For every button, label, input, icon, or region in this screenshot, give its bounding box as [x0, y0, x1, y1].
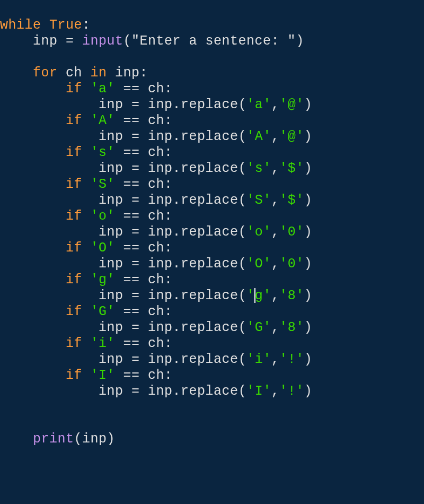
comma: , [271, 288, 280, 303]
string-to: '8' [279, 320, 304, 335]
paren-open: ( [238, 193, 247, 208]
var-inp: inp [99, 256, 123, 272]
var-inp: inp [82, 431, 107, 447]
dot: . [173, 161, 181, 176]
paren-open: ( [238, 224, 247, 240]
colon: : [164, 208, 173, 224]
string-cmp: 'A' [91, 113, 116, 128]
string-to: '!' [279, 384, 304, 399]
var-inp: inp [99, 97, 123, 112]
string-prompt: "Enter a sentence: " [131, 33, 296, 49]
string-to: '@' [279, 129, 304, 144]
paren-close: ) [296, 33, 304, 49]
string-cmp: 'o' [91, 208, 116, 224]
var-inp: inp [148, 193, 173, 208]
comma: , [271, 97, 280, 112]
string-to: '@' [279, 97, 304, 112]
dot: . [173, 256, 181, 272]
comma: , [271, 129, 280, 144]
attr-replace: replace [181, 193, 238, 208]
attr-replace: replace [181, 320, 238, 335]
eq-op: == [115, 272, 148, 288]
paren-close: ) [304, 320, 313, 335]
string-cmp: 'S' [91, 177, 116, 192]
dot: . [173, 384, 181, 399]
eq-op: == [115, 145, 148, 160]
paren-open: ( [238, 320, 247, 335]
var-inp: inp [99, 129, 123, 144]
attr-replace: replace [181, 384, 238, 399]
paren-close: ) [304, 384, 313, 399]
paren-close: ) [304, 256, 313, 272]
assign: = [123, 129, 148, 144]
paren-open: ( [238, 384, 247, 399]
paren-close: ) [304, 352, 313, 367]
dot: . [173, 129, 181, 144]
string-cmp: 'g' [91, 272, 116, 288]
paren-close: ) [304, 97, 313, 112]
eq-op: == [115, 304, 148, 319]
fn-print: print [33, 431, 74, 447]
paren-close: ) [304, 161, 313, 176]
string-to: '8' [279, 288, 304, 303]
var-inp: inp [99, 193, 123, 208]
var-inp: inp [148, 384, 173, 399]
dot: . [173, 320, 181, 335]
var-ch: ch [148, 145, 164, 160]
var-ch: ch [148, 81, 164, 97]
colon: : [164, 113, 173, 128]
var-inp: inp [33, 33, 58, 49]
string-from: 'o' [246, 224, 271, 240]
fn-input: input [82, 33, 123, 49]
paren-close: ) [304, 129, 313, 144]
paren-close: ) [304, 224, 313, 240]
keyword-for: for [33, 65, 58, 81]
colon: : [140, 65, 148, 81]
keyword-if: if [66, 208, 82, 224]
var-ch: ch [148, 272, 164, 288]
colon: : [164, 240, 173, 256]
var-inp: inp [99, 384, 123, 399]
string-from: 's' [246, 161, 271, 176]
comma: , [271, 352, 280, 367]
var-inp: inp [148, 320, 173, 335]
attr-replace: replace [181, 224, 238, 240]
assign: = [58, 33, 83, 49]
var-inp: inp [148, 97, 173, 112]
paren-open: ( [74, 431, 83, 447]
colon: : [164, 336, 173, 351]
var-ch: ch [148, 177, 164, 192]
keyword-if: if [66, 81, 82, 97]
paren-open: ( [238, 129, 247, 144]
assign: = [123, 97, 148, 112]
var-inp: inp [99, 320, 123, 335]
paren-open: ( [123, 33, 132, 49]
assign: = [123, 161, 148, 176]
keyword-if: if [66, 368, 82, 383]
literal-true: True [49, 18, 82, 33]
keyword-in: in [91, 65, 107, 81]
var-inp: inp [148, 352, 173, 367]
keyword-if: if [66, 240, 82, 256]
string-from: 'g' [246, 288, 271, 303]
attr-replace: replace [181, 97, 238, 112]
string-cmp: 'G' [91, 304, 116, 319]
keyword-if: if [66, 145, 82, 160]
var-ch: ch [148, 336, 164, 351]
comma: , [271, 384, 280, 399]
string-from: 'G' [246, 320, 271, 335]
comma: , [271, 161, 280, 176]
dot: . [173, 224, 181, 240]
attr-replace: replace [181, 288, 238, 303]
eq-op: == [115, 208, 148, 224]
string-cmp: 'I' [91, 368, 116, 383]
string-to: '0' [279, 256, 304, 272]
assign: = [123, 256, 148, 272]
colon: : [82, 18, 91, 33]
code-editor[interactable]: while True: inp = input("Enter a sentenc… [0, 13, 424, 447]
attr-replace: replace [181, 129, 238, 144]
string-to: '0' [279, 224, 304, 240]
keyword-if: if [66, 336, 82, 351]
var-inp: inp [148, 224, 173, 240]
string-to: '$' [279, 193, 304, 208]
